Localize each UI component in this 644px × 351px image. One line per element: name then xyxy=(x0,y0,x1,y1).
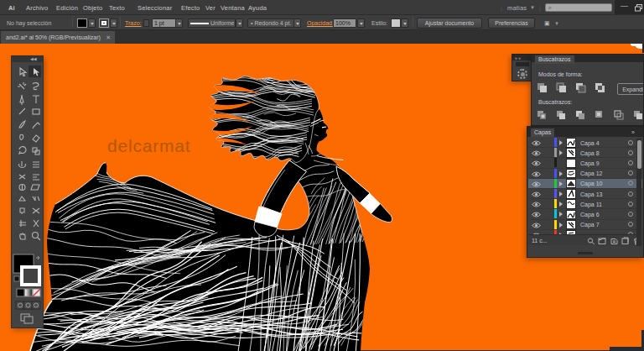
svg-text:◀◀: ◀◀ xyxy=(30,56,37,61)
svg-text:delcarmat: delcarmat xyxy=(107,136,190,155)
